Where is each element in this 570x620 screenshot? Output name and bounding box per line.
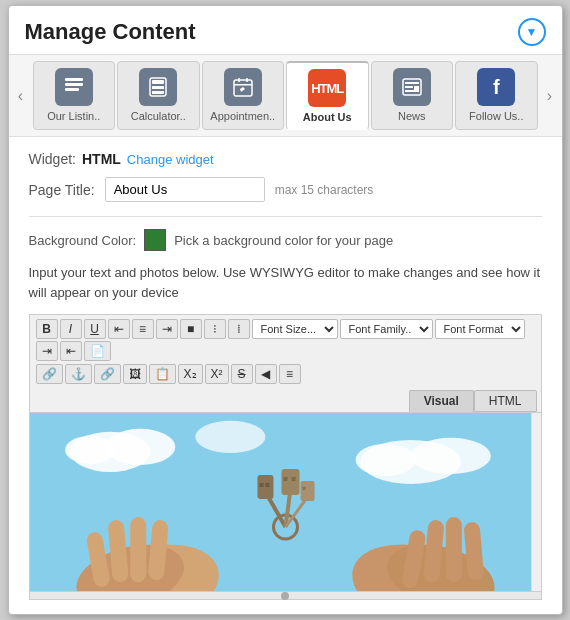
html5-icon: HTML <box>308 69 346 107</box>
svg-rect-1 <box>65 83 83 86</box>
outdent-button[interactable]: ⇤ <box>60 341 82 361</box>
dropdown-button[interactable]: ▼ <box>518 18 546 46</box>
resize-handle[interactable] <box>29 592 542 600</box>
svg-rect-49 <box>291 477 295 481</box>
editor-area[interactable] <box>29 412 542 592</box>
svg-point-26 <box>410 438 490 474</box>
svg-rect-6 <box>156 86 160 89</box>
superscript-button[interactable]: X² <box>205 364 229 384</box>
align-center-button[interactable]: ≡ <box>132 319 154 339</box>
max-chars-hint: max 15 characters <box>275 183 374 197</box>
nav-prev-arrow[interactable]: ‹ <box>9 87 33 105</box>
svg-rect-20 <box>414 86 419 92</box>
our-listing-icon <box>55 68 93 106</box>
underline-button[interactable]: U <box>84 319 106 339</box>
tab-appointment[interactable]: Appointmen.. <box>202 61 285 130</box>
tab-calculator[interactable]: Calculator.. <box>117 61 200 130</box>
anchor-button[interactable]: ⚓ <box>65 364 92 384</box>
font-format-select[interactable]: Font Format <box>435 319 525 339</box>
divider <box>29 216 542 217</box>
page-title-input[interactable] <box>105 177 265 202</box>
svg-rect-44 <box>259 483 263 487</box>
editor-image <box>30 413 541 591</box>
resize-dot <box>281 592 289 600</box>
svg-rect-7 <box>160 86 164 89</box>
nav-tabs: Our Listin.. Calculator.. <box>33 61 538 130</box>
svg-point-23 <box>105 429 175 465</box>
scrollbar-track[interactable] <box>531 413 541 591</box>
title-bar: Manage Content ▼ <box>9 6 562 55</box>
svg-rect-19 <box>405 90 415 92</box>
svg-rect-48 <box>283 477 287 481</box>
page-title-label: Page Title: <box>29 182 95 198</box>
calculator-icon <box>139 68 177 106</box>
font-size-select[interactable]: Font Size... <box>252 319 338 339</box>
bg-color-label: Background Color: <box>29 233 137 248</box>
link-button[interactable]: 🔗 <box>36 364 63 384</box>
visual-tab[interactable]: Visual <box>409 390 474 412</box>
tab-appointment-label: Appointmen.. <box>210 110 275 122</box>
indent-button[interactable]: ⇥ <box>36 341 58 361</box>
manage-content-window: Manage Content ▼ ‹ Our Listin.. <box>8 5 563 615</box>
align-left-button[interactable]: ⇤ <box>108 319 130 339</box>
align-justify-button[interactable]: ≡ <box>279 364 301 384</box>
image-button[interactable]: 🖼 <box>123 364 147 384</box>
change-widget-link[interactable]: Change widget <box>127 152 214 167</box>
svg-marker-15 <box>240 87 245 92</box>
editor-toolbar: B I U ⇤ ≡ ⇥ ■ ⁝ ⁞ Font Size... Font Fami… <box>29 314 542 388</box>
undo-button[interactable]: ◀ <box>255 364 277 384</box>
bg-color-row: Background Color: Pick a background colo… <box>29 229 542 251</box>
subscript-button[interactable]: X₂ <box>178 364 203 384</box>
appointment-icon <box>224 68 262 106</box>
strikethrough-button[interactable]: S <box>231 364 253 384</box>
svg-rect-4 <box>152 80 164 84</box>
tab-news[interactable]: News <box>371 61 454 130</box>
news-icon <box>393 68 431 106</box>
tab-news-label: News <box>398 110 426 122</box>
instruction-text: Input your text and photos below. Use WY… <box>29 263 542 302</box>
color-swatch[interactable] <box>144 229 166 251</box>
facebook-icon: f <box>477 68 515 106</box>
svg-rect-5 <box>152 86 156 89</box>
nav-tabs-row: ‹ Our Listin.. <box>9 55 562 137</box>
svg-rect-17 <box>405 82 419 84</box>
svg-rect-52 <box>302 487 305 490</box>
html-tab[interactable]: HTML <box>474 390 537 412</box>
font-family-select[interactable]: Font Family.. <box>340 319 433 339</box>
svg-rect-45 <box>265 483 269 487</box>
block-button[interactable]: ■ <box>180 319 202 339</box>
visual-html-tabs: Visual HTML <box>29 388 542 412</box>
tab-follow-us[interactable]: f Follow Us.. <box>455 61 538 130</box>
svg-rect-8 <box>152 91 156 94</box>
svg-rect-12 <box>238 78 240 82</box>
tab-calculator-label: Calculator.. <box>131 110 186 122</box>
bold-button[interactable]: B <box>36 319 58 339</box>
content-area: Widget: HTML Change widget Page Title: m… <box>9 137 562 614</box>
widget-label: Widget: <box>29 151 76 167</box>
unlink-button[interactable]: 🔗 <box>94 364 121 384</box>
svg-rect-51 <box>300 481 314 501</box>
svg-rect-47 <box>281 469 299 495</box>
tab-our-listing[interactable]: Our Listin.. <box>33 61 116 130</box>
toolbar-row-2: 🔗 ⚓ 🔗 🖼 📋 X₂ X² S ◀ ≡ <box>36 364 535 384</box>
italic-button[interactable]: I <box>60 319 82 339</box>
svg-rect-0 <box>65 78 83 81</box>
tab-about-us[interactable]: HTML About Us <box>286 61 369 130</box>
page-title: Manage Content <box>25 19 196 45</box>
tab-follow-us-label: Follow Us.. <box>469 110 523 122</box>
page-title-row: Page Title: max 15 characters <box>29 177 542 202</box>
svg-point-28 <box>195 421 265 453</box>
svg-rect-14 <box>234 84 252 86</box>
align-right-button[interactable]: ⇥ <box>156 319 178 339</box>
svg-rect-18 <box>405 86 413 88</box>
source-button[interactable]: 📄 <box>84 341 111 361</box>
paste-button[interactable]: 📋 <box>149 364 176 384</box>
svg-rect-33 <box>130 517 146 582</box>
svg-rect-39 <box>445 517 461 582</box>
widget-type: HTML <box>82 151 121 167</box>
list-ul-button[interactable]: ⁝ <box>204 319 226 339</box>
list-ol-button[interactable]: ⁞ <box>228 319 250 339</box>
bg-color-hint: Pick a background color for your page <box>174 233 393 248</box>
nav-next-arrow[interactable]: › <box>538 87 562 105</box>
widget-row: Widget: HTML Change widget <box>29 151 542 167</box>
